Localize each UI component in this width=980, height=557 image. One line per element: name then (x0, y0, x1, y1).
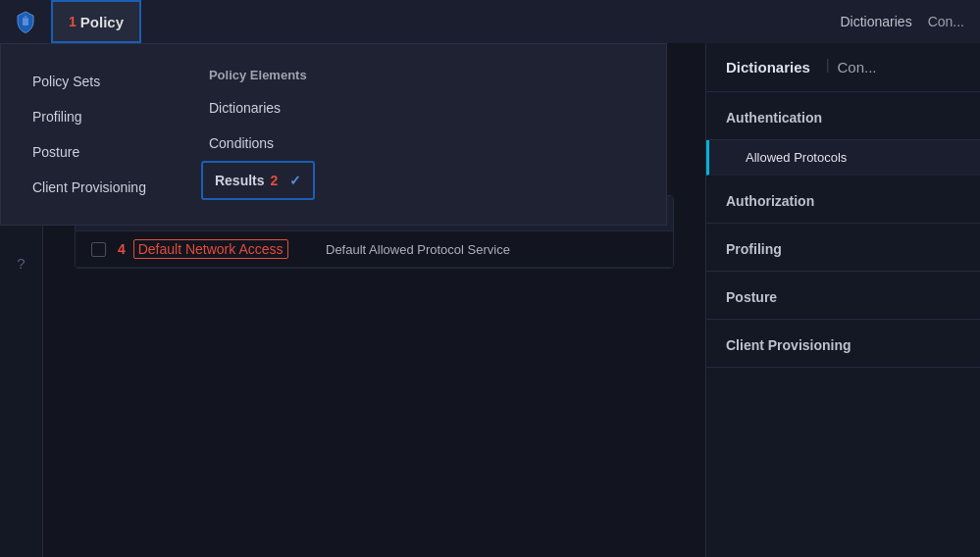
posture-section[interactable]: Posture (706, 272, 980, 320)
svg-rect-0 (23, 18, 28, 25)
row-description: Default Allowed Protocol Service (326, 242, 510, 257)
authentication-title: Authentication (726, 110, 960, 126)
dropdown-results[interactable]: Results 2 ✓ (201, 161, 315, 200)
policy-nav-item[interactable]: 1 Policy (51, 0, 141, 43)
right-sidebar-header: Dictionaries | Con... (706, 43, 980, 92)
top-nav: 1 Policy Dictionaries Con... Policy Sets… (0, 0, 980, 43)
nav-logo (0, 0, 51, 43)
row-service-name: 4 Default Network Access (118, 241, 314, 257)
dropdown-client-provisioning[interactable]: Client Provisioning (25, 170, 154, 205)
authorization-title: Authorization (726, 193, 960, 209)
policy-dropdown: Policy Sets Profiling Posture Client Pro… (0, 43, 667, 226)
question-icon[interactable]: ? (6, 247, 37, 278)
client-provisioning-title: Client Provisioning (726, 337, 960, 353)
profiling-title: Profiling (726, 241, 960, 257)
tab-separator: | (826, 57, 830, 77)
policy-label: Policy (80, 14, 124, 30)
policy-badge: 1 (69, 14, 77, 29)
row-checkbox[interactable] (91, 242, 106, 257)
authentication-section[interactable]: Authentication (706, 92, 980, 140)
results-badge: 2 (271, 173, 279, 188)
dropdown-col-1: Policy Sets Profiling Posture Client Pro… (25, 64, 154, 205)
client-provisioning-section[interactable]: Client Provisioning (706, 320, 980, 368)
dictionaries-tab[interactable]: Dictionaries (726, 57, 818, 77)
dropdown-posture[interactable]: Posture (25, 134, 154, 170)
right-sidebar: Dictionaries | Con... Authentication All… (705, 43, 980, 557)
nav-right-tabs: Dictionaries Con... (825, 14, 981, 29)
service-link[interactable]: Default Network Access (133, 239, 288, 259)
con-tab[interactable]: Con... (928, 14, 964, 29)
dropdown-profiling[interactable]: Profiling (25, 99, 154, 134)
check-icon: ✓ (289, 173, 301, 188)
svg-rect-1 (25, 16, 27, 19)
dropdown-dictionaries[interactable]: Dictionaries (201, 90, 315, 126)
allowed-protocols-item[interactable]: Allowed Protocols (706, 140, 980, 176)
shield-icon (12, 8, 39, 35)
profiling-section[interactable]: Profiling (706, 224, 980, 272)
table-row: 4 Default Network Access Default Allowed… (76, 231, 673, 268)
dict-tab[interactable]: Dictionaries (841, 14, 912, 29)
dropdown-policy-sets[interactable]: Policy Sets (25, 64, 154, 99)
results-label: Results (215, 173, 265, 188)
dropdown-conditions[interactable]: Conditions (201, 126, 315, 161)
authorization-section[interactable]: Authorization (706, 176, 980, 224)
policy-elements-header: Policy Elements (201, 64, 315, 90)
dropdown-col-2: Policy Elements Dictionaries Conditions … (201, 64, 315, 205)
posture-title: Posture (726, 289, 960, 305)
con-tab-right[interactable]: Con... (838, 57, 885, 77)
row-number: 4 (118, 241, 126, 257)
